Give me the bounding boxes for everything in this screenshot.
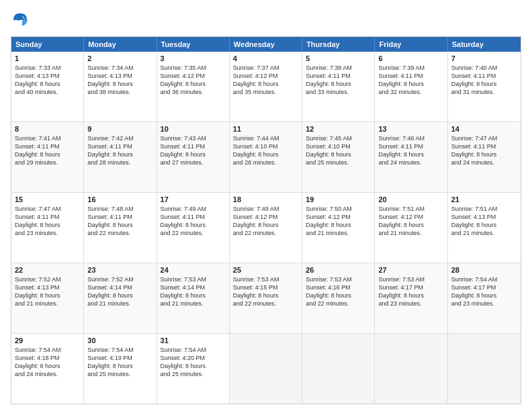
day-cell-8: 8Sunrise: 7:41 AMSunset: 4:11 PMDaylight… <box>11 122 84 192</box>
day-cell-25: 25Sunrise: 7:53 AMSunset: 4:15 PMDayligh… <box>230 263 302 333</box>
day-header-monday: Monday <box>84 37 157 52</box>
cell-info: Sunrise: 7:46 AMSunset: 4:11 PMDaylight:… <box>378 134 443 167</box>
cell-info: Sunrise: 7:51 AMSunset: 4:12 PMDaylight:… <box>378 205 443 238</box>
day-cell-7: 7Sunrise: 7:40 AMSunset: 4:11 PMDaylight… <box>448 52 521 122</box>
day-number: 17 <box>161 195 226 203</box>
day-cell-6: 6Sunrise: 7:39 AMSunset: 4:11 PMDaylight… <box>375 52 447 122</box>
day-cell-13: 13Sunrise: 7:46 AMSunset: 4:11 PMDayligh… <box>375 122 447 192</box>
day-number: 10 <box>161 125 226 133</box>
day-cell-9: 9Sunrise: 7:42 AMSunset: 4:11 PMDaylight… <box>84 122 157 192</box>
day-cell-14: 14Sunrise: 7:47 AMSunset: 4:11 PMDayligh… <box>448 122 521 192</box>
day-cell-4: 4Sunrise: 7:37 AMSunset: 4:12 PMDaylight… <box>230 52 302 122</box>
day-cell-28: 28Sunrise: 7:54 AMSunset: 4:17 PMDayligh… <box>448 263 521 333</box>
day-number: 1 <box>15 54 80 62</box>
day-number: 12 <box>306 125 371 133</box>
day-header-wednesday: Wednesday <box>230 37 302 52</box>
day-cell-21: 21Sunrise: 7:51 AMSunset: 4:13 PMDayligh… <box>448 193 521 263</box>
calendar-week-3: 15Sunrise: 7:47 AMSunset: 4:11 PMDayligh… <box>11 192 521 263</box>
cell-info: Sunrise: 7:53 AMSunset: 4:15 PMDaylight:… <box>233 275 298 308</box>
cell-info: Sunrise: 7:53 AMSunset: 4:14 PMDaylight:… <box>161 275 226 308</box>
cell-info: Sunrise: 7:34 AMSunset: 4:13 PMDaylight:… <box>87 64 152 97</box>
cell-info: Sunrise: 7:53 AMSunset: 4:16 PMDaylight:… <box>306 275 371 308</box>
empty-cell <box>302 334 375 404</box>
day-number: 31 <box>161 336 226 345</box>
calendar-week-4: 22Sunrise: 7:52 AMSunset: 4:13 PMDayligh… <box>11 263 521 333</box>
day-header-saturday: Saturday <box>448 37 521 52</box>
day-header-friday: Friday <box>375 37 447 52</box>
day-number: 28 <box>451 266 517 274</box>
cell-info: Sunrise: 7:53 AMSunset: 4:17 PMDaylight:… <box>378 275 443 308</box>
day-cell-20: 20Sunrise: 7:51 AMSunset: 4:12 PMDayligh… <box>375 193 447 263</box>
cell-info: Sunrise: 7:54 AMSunset: 4:18 PMDaylight:… <box>15 346 80 379</box>
cell-info: Sunrise: 7:54 AMSunset: 4:17 PMDaylight:… <box>451 275 517 308</box>
cell-info: Sunrise: 7:43 AMSunset: 4:11 PMDaylight:… <box>161 134 226 167</box>
cell-info: Sunrise: 7:47 AMSunset: 4:11 PMDaylight:… <box>451 134 517 167</box>
day-number: 6 <box>378 54 443 62</box>
cell-info: Sunrise: 7:44 AMSunset: 4:10 PMDaylight:… <box>233 134 298 167</box>
cell-info: Sunrise: 7:45 AMSunset: 4:10 PMDaylight:… <box>306 134 371 167</box>
day-number: 18 <box>233 195 298 203</box>
empty-cell <box>375 334 447 404</box>
logo-icon <box>11 11 30 30</box>
cell-info: Sunrise: 7:54 AMSunset: 4:20 PMDaylight:… <box>161 346 226 379</box>
cell-info: Sunrise: 7:48 AMSunset: 4:11 PMDaylight:… <box>87 205 152 238</box>
calendar-header: SundayMondayTuesdayWednesdayThursdayFrid… <box>11 37 521 52</box>
day-cell-30: 30Sunrise: 7:54 AMSunset: 4:19 PMDayligh… <box>84 334 157 404</box>
day-cell-15: 15Sunrise: 7:47 AMSunset: 4:11 PMDayligh… <box>11 193 84 263</box>
cell-info: Sunrise: 7:49 AMSunset: 4:12 PMDaylight:… <box>233 205 298 238</box>
day-header-sunday: Sunday <box>11 37 84 52</box>
cell-info: Sunrise: 7:41 AMSunset: 4:11 PMDaylight:… <box>15 134 80 167</box>
page: SundayMondayTuesdayWednesdayThursdayFrid… <box>0 0 532 411</box>
day-cell-11: 11Sunrise: 7:44 AMSunset: 4:10 PMDayligh… <box>230 122 302 192</box>
day-number: 22 <box>15 266 80 274</box>
day-cell-31: 31Sunrise: 7:54 AMSunset: 4:20 PMDayligh… <box>157 334 230 404</box>
day-number: 7 <box>451 54 517 62</box>
day-number: 13 <box>378 125 443 133</box>
day-cell-19: 19Sunrise: 7:50 AMSunset: 4:12 PMDayligh… <box>302 193 375 263</box>
calendar-body: 1Sunrise: 7:33 AMSunset: 4:13 PMDaylight… <box>11 52 521 404</box>
day-cell-17: 17Sunrise: 7:49 AMSunset: 4:11 PMDayligh… <box>157 193 230 263</box>
calendar-week-2: 8Sunrise: 7:41 AMSunset: 4:11 PMDaylight… <box>11 122 521 192</box>
day-cell-29: 29Sunrise: 7:54 AMSunset: 4:18 PMDayligh… <box>11 334 84 404</box>
cell-info: Sunrise: 7:42 AMSunset: 4:11 PMDaylight:… <box>87 134 152 167</box>
day-cell-3: 3Sunrise: 7:35 AMSunset: 4:12 PMDaylight… <box>157 52 230 122</box>
calendar-week-5: 29Sunrise: 7:54 AMSunset: 4:18 PMDayligh… <box>11 333 521 404</box>
logo <box>11 11 32 30</box>
cell-info: Sunrise: 7:33 AMSunset: 4:13 PMDaylight:… <box>15 64 80 97</box>
day-number: 24 <box>161 266 226 274</box>
day-cell-12: 12Sunrise: 7:45 AMSunset: 4:10 PMDayligh… <box>302 122 375 192</box>
cell-info: Sunrise: 7:35 AMSunset: 4:12 PMDaylight:… <box>161 64 226 97</box>
day-number: 2 <box>87 54 152 62</box>
day-cell-27: 27Sunrise: 7:53 AMSunset: 4:17 PMDayligh… <box>375 263 447 333</box>
cell-info: Sunrise: 7:39 AMSunset: 4:11 PMDaylight:… <box>378 64 443 97</box>
day-number: 8 <box>15 125 80 133</box>
cell-info: Sunrise: 7:50 AMSunset: 4:12 PMDaylight:… <box>306 205 371 238</box>
day-cell-16: 16Sunrise: 7:48 AMSunset: 4:11 PMDayligh… <box>84 193 157 263</box>
cell-info: Sunrise: 7:40 AMSunset: 4:11 PMDaylight:… <box>451 64 517 97</box>
day-number: 14 <box>451 125 517 133</box>
day-number: 4 <box>233 54 298 62</box>
day-cell-26: 26Sunrise: 7:53 AMSunset: 4:16 PMDayligh… <box>302 263 375 333</box>
day-number: 20 <box>378 195 443 203</box>
day-number: 19 <box>306 195 371 203</box>
empty-cell <box>448 334 521 404</box>
day-header-tuesday: Tuesday <box>157 37 230 52</box>
day-number: 11 <box>233 125 298 133</box>
day-number: 23 <box>87 266 152 274</box>
cell-info: Sunrise: 7:38 AMSunset: 4:11 PMDaylight:… <box>306 64 371 97</box>
header <box>11 11 521 30</box>
day-number: 3 <box>161 54 226 62</box>
cell-info: Sunrise: 7:37 AMSunset: 4:12 PMDaylight:… <box>233 64 298 97</box>
day-cell-5: 5Sunrise: 7:38 AMSunset: 4:11 PMDaylight… <box>302 52 375 122</box>
day-header-thursday: Thursday <box>302 37 375 52</box>
day-cell-22: 22Sunrise: 7:52 AMSunset: 4:13 PMDayligh… <box>11 263 84 333</box>
day-number: 16 <box>87 195 152 203</box>
day-number: 30 <box>87 336 152 345</box>
day-number: 9 <box>87 125 152 133</box>
day-cell-23: 23Sunrise: 7:52 AMSunset: 4:14 PMDayligh… <box>84 263 157 333</box>
day-number: 26 <box>306 266 371 274</box>
calendar: SundayMondayTuesdayWednesdayThursdayFrid… <box>11 36 521 404</box>
day-cell-1: 1Sunrise: 7:33 AMSunset: 4:13 PMDaylight… <box>11 52 84 122</box>
empty-cell <box>230 334 302 404</box>
calendar-week-1: 1Sunrise: 7:33 AMSunset: 4:13 PMDaylight… <box>11 52 521 122</box>
